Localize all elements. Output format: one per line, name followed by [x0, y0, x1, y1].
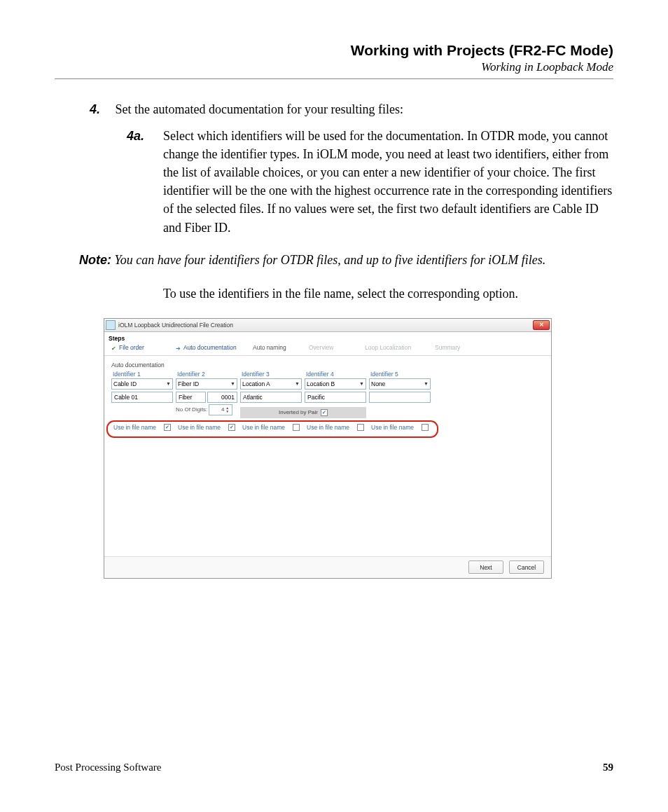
identifier-type-row: Cable ID▼ Fiber ID▼ Location A▼ Location…: [104, 378, 551, 390]
use-in-filename-3-checkbox[interactable]: [293, 424, 300, 431]
section-title: Working in Loopback Mode: [55, 60, 613, 74]
header-divider: [55, 78, 613, 79]
titlebar: iOLM Loopback Unidirectional File Creati…: [104, 319, 551, 332]
identifier-5-label: Identifier 5: [369, 370, 431, 378]
step-tab-label: Summary: [435, 344, 460, 351]
step-tab-label: Overview: [309, 344, 333, 351]
use-in-filename-5: Use in file name: [369, 424, 431, 431]
identifier-1-label: Identifier 1: [111, 370, 173, 378]
identifier-value-row: Cable 01 Fiber 0001 Atlantic Pacific: [104, 392, 551, 403]
app-icon: [106, 320, 116, 330]
cancel-button[interactable]: Cancel: [509, 560, 544, 574]
step-tab-summary: Summary: [435, 344, 499, 351]
no-of-digits-spinner[interactable]: 4 ▲▼: [209, 404, 232, 415]
identifier-4-label: Identifier 4: [305, 370, 366, 378]
footer-product: Post Processing Software: [55, 762, 162, 773]
identifier-2-type-dropdown[interactable]: Fiber ID▼: [176, 378, 237, 390]
substep-number: 4a.: [127, 127, 144, 145]
identifier-3-type-dropdown[interactable]: Location A▼: [240, 378, 302, 390]
steps-group-label: Steps: [104, 332, 551, 342]
substep-text: Select which identifiers will be used fo…: [163, 129, 612, 234]
inverted-by-pair-control: Inverted by Pair: [240, 407, 366, 418]
step-tab-label: Auto documentation: [183, 344, 237, 351]
no-of-digits-control: No Of Digits: 4 ▲▼: [176, 405, 237, 415]
identifier-3-value-input[interactable]: Atlantic: [240, 392, 302, 403]
wizard-steps-row: File order Auto documentation Auto namin…: [104, 342, 551, 356]
inverted-by-pair-label: Inverted by Pair: [279, 409, 318, 415]
step-tab-file-order[interactable]: File order: [111, 344, 176, 351]
identifier-header-row: Identifier 1 Identifier 2 Identifier 3 I…: [104, 370, 551, 378]
identifier-2-number-input[interactable]: 0001: [207, 392, 237, 403]
use-in-filename-4-checkbox[interactable]: [357, 424, 364, 431]
auto-documentation-label: Auto documentation: [104, 356, 551, 370]
step-tab-overview: Overview: [309, 344, 365, 351]
step-tab-auto-naming[interactable]: Auto naming: [253, 344, 309, 351]
identifier-options-row: No Of Digits: 4 ▲▼ Inverted by Pair: [104, 405, 551, 418]
use-in-filename-1: Use in file name: [111, 424, 173, 431]
dialog-title: iOLM Loopback Unidirectional File Creati…: [118, 322, 233, 329]
identifier-2-label: Identifier 2: [176, 370, 237, 378]
identifier-4-type-dropdown[interactable]: Location B▼: [305, 378, 366, 390]
chevron-down-icon: ▼: [295, 381, 300, 386]
identifier-3-label: Identifier 3: [240, 370, 302, 378]
inverted-by-pair-checkbox[interactable]: [321, 409, 328, 416]
identifier-5-value-input[interactable]: [369, 392, 431, 403]
chevron-down-icon: ▼: [230, 381, 235, 386]
step-tab-label: File order: [119, 344, 144, 351]
use-in-filename-2-checkbox[interactable]: [228, 424, 235, 431]
use-in-filename-3: Use in file name: [240, 424, 302, 431]
page-footer: Post Processing Software 59: [55, 762, 613, 773]
chevron-down-icon: ▼: [359, 381, 364, 386]
identifier-1-value-input[interactable]: Cable 01: [111, 392, 173, 403]
chevron-down-icon: ▼: [166, 381, 171, 386]
identifier-5-type-dropdown[interactable]: None▼: [369, 378, 431, 390]
step-tab-loop-localization: Loop Localization: [365, 344, 435, 351]
page-number: 59: [603, 762, 613, 773]
dialog-button-row: Next Cancel: [104, 556, 551, 578]
use-in-filename-5-checkbox[interactable]: [422, 424, 429, 431]
use-in-filename-1-checkbox[interactable]: [164, 424, 171, 431]
step-4: 4. Set the automated documentation for y…: [118, 100, 613, 118]
step-tab-label: Loop Localization: [365, 344, 411, 351]
identifier-1-type-dropdown[interactable]: Cable ID▼: [111, 378, 173, 390]
dialog-blank-area: [104, 434, 551, 556]
identifier-4-value-input[interactable]: Pacific: [305, 392, 366, 403]
check-icon: [111, 345, 117, 350]
step-text: Set the automated documentation for your…: [116, 102, 403, 116]
note-block: Note: You can have four identifiers for …: [118, 251, 613, 269]
use-in-filename-2: Use in file name: [176, 424, 237, 431]
use-in-filename-4: Use in file name: [305, 424, 366, 431]
chapter-title: Working with Projects (FR2-FC Mode): [55, 42, 613, 59]
identifier-2-prefix-input[interactable]: Fiber: [176, 392, 206, 403]
use-in-filename-row: Use in file name Use in file name Use in…: [104, 421, 551, 434]
close-button[interactable]: ✕: [533, 320, 550, 330]
no-of-digits-label: No Of Digits:: [176, 406, 207, 413]
substep-4a: 4a. Select which identifiers will be use…: [163, 127, 613, 237]
note-label: Note:: [79, 253, 111, 267]
next-button[interactable]: Next: [468, 560, 503, 574]
dialog-window: iOLM Loopback Unidirectional File Creati…: [104, 318, 552, 579]
arrow-icon: [176, 345, 181, 350]
step-tab-label: Auto naming: [253, 344, 286, 351]
note-text: You can have four identifiers for OTDR f…: [115, 253, 546, 267]
spinner-down-icon[interactable]: ▼: [225, 410, 231, 413]
step-tab-auto-documentation[interactable]: Auto documentation: [176, 344, 253, 351]
step-number: 4.: [90, 100, 112, 118]
paragraph-usage: To use the identifiers in the file name,…: [163, 284, 613, 303]
chevron-down-icon: ▼: [424, 381, 429, 386]
